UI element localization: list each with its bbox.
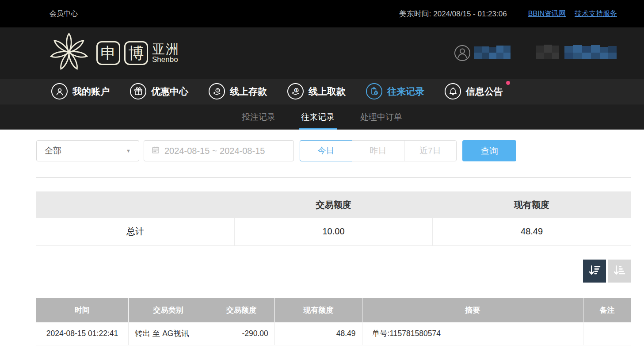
topbar-right: 美东时间: 2024/08/15 - 01:23:06 BBIN资讯网 技术支持… [399,9,617,19]
sort-descending-button[interactable] [583,260,606,283]
logo-region-text: 亚洲 [152,42,179,56]
nav-label: 线上存款 [230,85,267,98]
gift-icon [130,83,146,99]
summary-transaction-amount: 10.00 [234,218,432,245]
nav-label: 往来记录 [387,85,424,98]
nav-label: 我的账户 [72,85,110,98]
logo-char-shen: 申 [96,41,120,65]
logo-region-block: 亚洲 Shenbo [152,42,179,64]
record-amount: -290.00 [208,322,275,345]
records-header-balance: 现有额度 [274,298,362,322]
shenbo-logo[interactable]: 申 博 亚洲 Shenbo [48,31,179,75]
sort-controls [36,260,631,283]
summary-total-row: 总计 10.00 48.49 [36,218,631,245]
records-header-row: 时间 交易类别 交易额度 现有额度 摘要 备注 [36,298,631,322]
records-header-remark: 备注 [583,298,631,322]
withdraw-hand-dollar-icon: $ [287,83,304,99]
calendar-icon [151,145,160,157]
nav-item-transaction-records[interactable]: 往来记录 [366,83,424,99]
flower-logo-icon [48,31,90,75]
bell-icon [445,83,461,99]
summary-header-transaction-amount: 交易额度 [234,191,432,218]
type-dropdown[interactable]: 全部 ▼ [36,140,139,161]
table-row: 2024-08-15 01:22:41 转出 至 AG视讯 -290.00 48… [36,322,631,345]
section-divider [36,177,631,178]
avatar-icon[interactable] [454,45,471,61]
date-range-input[interactable]: 2024-08-15 ~ 2024-08-15 [144,140,294,161]
record-summary: 单号:115781580574 [362,322,583,345]
user-info-area [454,45,617,61]
record-time: 2024-08-15 01:22:41 [36,322,128,345]
record-type: 转出 至 AG视讯 [128,322,208,345]
tech-support-link[interactable]: 技术支持服务 [575,9,617,19]
nav-item-promotions[interactable]: 优惠中心 [130,83,188,99]
tab-processing-orders[interactable]: 处理中订单 [358,104,404,130]
summary-table: 交易额度 现有额度 总计 10.00 48.49 [36,191,631,246]
sort-ascending-icon [612,263,626,279]
yesterday-button[interactable]: 昨日 [352,140,404,161]
nav-item-deposit[interactable]: 线上存款 [209,83,267,99]
records-header-amount: 交易额度 [208,298,275,322]
nav-item-withdraw[interactable]: $ 线上取款 [287,83,346,99]
logo-char-bo: 博 [124,41,148,65]
chevron-down-icon: ▼ [126,148,131,153]
summary-current-balance: 48.49 [433,218,631,245]
record-tabs: 投注记录 往来记录 处理中订单 [0,104,644,130]
logo-subtitle-text: Shenbo [152,56,179,64]
query-button[interactable]: 查询 [462,140,516,161]
summary-header-current-balance: 现有额度 [433,191,631,218]
records-header-time: 时间 [36,298,128,322]
record-remark [583,322,631,345]
top-bar: 会员中心 美东时间: 2024/08/15 - 01:23:06 BBIN资讯网… [0,0,644,27]
last-7-days-button[interactable]: 近7日 [404,140,457,161]
redacted-currency [536,45,559,61]
notification-dot [506,81,510,85]
filter-row: 全部 ▼ 2024-08-15 ~ 2024-08-15 今日 昨日 近7日 查… [36,140,631,161]
redacted-username [564,45,617,61]
nav-label: 线上取款 [309,85,346,98]
site-header: 申 博 亚洲 Shenbo [0,27,644,79]
main-nav: 我的账户 优惠中心 线上存款 $ [0,79,644,104]
nav-label: 信息公告 [466,85,503,98]
type-dropdown-value: 全部 [45,145,61,157]
member-center-title: 会员中心 [50,9,78,19]
deposit-hand-coin-icon [209,83,225,99]
records-table: 时间 交易类别 交易额度 现有额度 摘要 备注 2024-08-15 01:22… [36,298,631,346]
sort-ascending-button[interactable] [608,260,631,283]
tab-transaction-records[interactable]: 往来记录 [299,104,337,130]
nav-item-announcements[interactable]: 信息公告 [445,83,503,99]
logo-character-boxes: 申 博 [96,41,148,65]
main-content: 全部 ▼ 2024-08-15 ~ 2024-08-15 今日 昨日 近7日 查… [0,140,644,345]
records-header-summary: 摘要 [362,298,583,322]
sort-descending-icon [587,263,602,279]
redacted-balance [474,46,511,61]
nav-item-my-account[interactable]: 我的账户 [51,83,110,99]
bbin-news-link[interactable]: BBIN资讯网 [528,9,566,19]
summary-header-empty [36,191,234,218]
quick-range-group: 今日 昨日 近7日 [300,140,457,161]
date-range-value: 2024-08-15 ~ 2024-08-15 [164,146,265,156]
user-icon [51,83,68,99]
eastern-time-label: 美东时间: 2024/08/15 - 01:23:06 [399,9,507,19]
svg-text:$: $ [295,88,297,92]
summary-total-label: 总计 [36,218,234,245]
today-button[interactable]: 今日 [300,140,352,161]
record-balance: 48.49 [274,322,362,345]
tab-betting-records[interactable]: 投注记录 [240,104,278,130]
records-header-type: 交易类别 [128,298,208,322]
summary-header-row: 交易额度 现有额度 [36,191,631,218]
records-clipboard-icon [366,83,382,99]
nav-label: 优惠中心 [151,85,188,98]
